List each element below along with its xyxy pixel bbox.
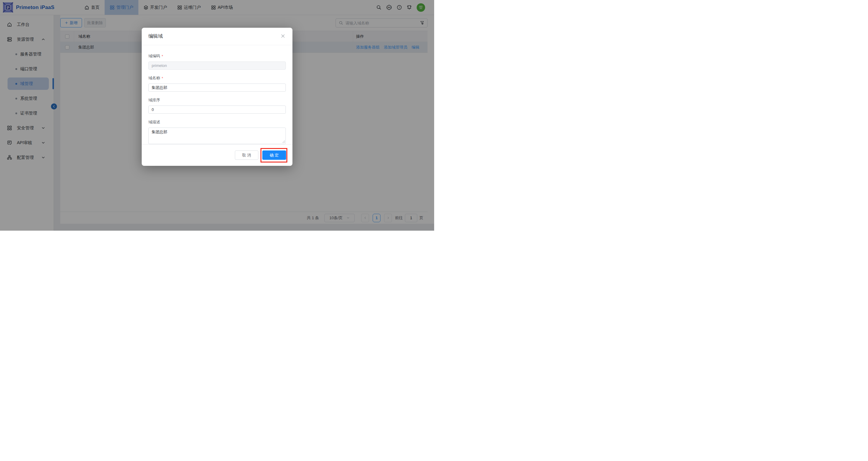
close-icon[interactable] bbox=[281, 34, 285, 38]
textarea-wrap: 集团总部 bbox=[148, 127, 286, 144]
dialog-title: 编辑域 bbox=[148, 33, 163, 39]
edit-domain-dialog: 编辑域 域编码 * 域名称 * 域排序 域描述 集团总部 bbox=[142, 28, 292, 166]
domain-description-textarea[interactable]: 集团总部 bbox=[148, 127, 286, 144]
cancel-button[interactable]: 取 消 bbox=[235, 150, 258, 160]
field-label-domain-order: 域排序 bbox=[148, 97, 286, 103]
domain-order-input[interactable] bbox=[148, 105, 286, 114]
field-label-domain-description: 域描述 bbox=[148, 119, 286, 125]
field-label-domain-code: 域编码 * bbox=[148, 53, 286, 59]
dialog-header: 编辑域 bbox=[142, 28, 292, 45]
confirm-button[interactable]: 确 定 bbox=[262, 150, 286, 160]
field-label-domain-name: 域名称 * bbox=[148, 75, 286, 81]
app-window: P Primeton iPaaS 首页 管理门户 开发门户 运维门户 bbox=[0, 0, 434, 230]
required-mark: * bbox=[162, 54, 163, 59]
required-mark: * bbox=[162, 76, 163, 81]
dialog-body: 域编码 * 域名称 * 域排序 域描述 集团总部 bbox=[142, 53, 292, 144]
dialog-footer: 取 消 确 定 bbox=[142, 144, 292, 166]
domain-code-input bbox=[148, 62, 286, 70]
confirm-button-wrap: 确 定 bbox=[262, 150, 286, 160]
domain-name-input[interactable] bbox=[148, 84, 286, 92]
